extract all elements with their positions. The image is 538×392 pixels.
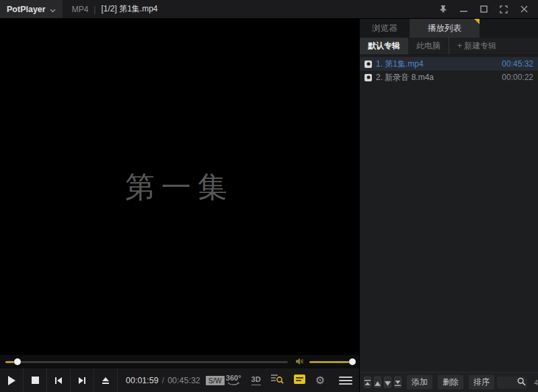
play-icon [7, 376, 15, 385]
delete-button[interactable]: 删除 [438, 375, 463, 389]
total-time: 00:45:32 [167, 376, 200, 385]
move-down-icon [385, 377, 391, 389]
seek-row [0, 355, 359, 368]
list-search-icon [271, 374, 284, 387]
menu-button[interactable] [339, 377, 352, 385]
close-icon [521, 5, 528, 13]
gear-icon: ⚙ [315, 374, 325, 387]
media-file-icon [364, 61, 372, 68]
window-title: [1/2] 第1集.mp4 [101, 3, 157, 15]
add-button[interactable]: 添加 [407, 375, 432, 389]
panel-tabs: 浏览器 播放列表 [360, 19, 538, 38]
titlebar: PotPlayer MP4 | [1/2] 第1集.mp4 [0, 0, 538, 19]
volume-icon [296, 356, 305, 368]
move-top-icon [364, 377, 371, 389]
fullscreen-button[interactable] [496, 3, 511, 16]
item-label: 2. 新录音 8.m4a [376, 72, 498, 83]
vr-360-button[interactable]: 360° [226, 375, 241, 386]
move-down-button[interactable] [384, 377, 391, 388]
fullscreen-icon [500, 5, 508, 13]
media-file-icon [364, 74, 372, 81]
subtitle-button[interactable] [294, 375, 305, 387]
app-menu-button[interactable]: PotPlayer [0, 0, 63, 18]
playlist-footer: 添加 删除 排序 45:54 [360, 372, 538, 392]
play-button[interactable] [0, 368, 24, 392]
tab-default-album[interactable]: 默认专辑 [360, 38, 408, 54]
playlist-total-time: 45:54 [534, 379, 538, 387]
maximize-icon [480, 5, 488, 13]
list-item[interactable]: 2. 新录音 8.m4a 00:00:22 [360, 71, 538, 84]
settings-button[interactable]: ⚙ [315, 375, 325, 386]
decoder-badge[interactable]: S/W [206, 376, 225, 385]
move-top-button[interactable] [364, 377, 371, 388]
tab-browser[interactable]: 浏览器 [360, 19, 410, 38]
stop-button[interactable] [24, 368, 47, 392]
previous-icon [54, 377, 63, 385]
stop-icon [32, 377, 39, 384]
chevron-down-icon [50, 3, 56, 15]
volume-button[interactable] [296, 356, 305, 368]
main-area: 第一集 [0, 19, 538, 392]
menu-icon [339, 377, 352, 378]
window-controls [436, 3, 538, 16]
video-display[interactable]: 第一集 [0, 19, 359, 355]
potplayer-window: PotPlayer MP4 | [1/2] 第1集.mp4 [0, 0, 538, 392]
app-name: PotPlayer [7, 5, 46, 14]
control-bar: 00:01:59 / 00:45:32 S/W 360° 3D [0, 368, 359, 392]
volume-slider[interactable] [309, 361, 354, 363]
seek-bar[interactable] [5, 361, 288, 363]
minimize-icon [460, 5, 467, 13]
pin-icon [439, 5, 447, 13]
item-duration: 00:00:22 [502, 73, 533, 82]
playlist-panel: 浏览器 播放列表 默认专辑 此电脑 + 新建专辑 1. 第1集.mp4 00:4… [359, 19, 538, 392]
list-item[interactable]: 1. 第1集.mp4 00:45:32 [360, 57, 538, 71]
minimize-button[interactable] [456, 3, 471, 16]
tab-playlist[interactable]: 播放列表 [410, 19, 479, 38]
move-bottom-icon [395, 377, 401, 389]
time-separator: / [162, 376, 164, 385]
search-icon[interactable] [517, 377, 527, 389]
list-search-button[interactable] [271, 374, 284, 387]
move-up-button[interactable] [374, 377, 381, 388]
eject-button[interactable] [94, 368, 118, 392]
item-duration: 00:45:32 [502, 59, 533, 69]
video-3d-button[interactable]: 3D [252, 375, 261, 385]
item-label: 1. 第1集.mp4 [376, 58, 498, 70]
tab-new-album[interactable]: + 新建专辑 [449, 38, 504, 54]
volume-thumb[interactable] [349, 358, 356, 365]
next-icon [78, 377, 86, 385]
tab-playlist-label: 播放列表 [428, 23, 461, 34]
format-badge: MP4 [72, 5, 89, 14]
playlist-search [497, 377, 527, 389]
maximize-button[interactable] [476, 3, 491, 16]
close-button[interactable] [516, 3, 531, 16]
pin-button[interactable] [436, 3, 451, 16]
album-tabs: 默认专辑 此电脑 + 新建专辑 [360, 38, 538, 55]
previous-button[interactable] [47, 368, 71, 392]
vr-360-label: 360° [226, 375, 241, 382]
video-overlay-text: 第一集 [125, 167, 234, 207]
seek-thumb[interactable] [14, 358, 21, 365]
next-button[interactable] [71, 368, 94, 392]
control-right-icons: 360° 3D ⚙ [226, 374, 359, 387]
sort-button[interactable]: 排序 [469, 375, 494, 389]
subtitle-icon [294, 375, 305, 387]
title-separator: | [93, 5, 95, 14]
time-display: 00:01:59 / 00:45:32 [126, 376, 200, 385]
active-tab-corner [474, 19, 479, 24]
move-bottom-button[interactable] [394, 377, 401, 388]
playlist-items: 1. 第1集.mp4 00:45:32 2. 新录音 8.m4a 00:00:2… [360, 55, 538, 372]
eject-icon [102, 377, 110, 385]
current-time: 00:01:59 [126, 376, 159, 385]
move-up-icon [375, 377, 381, 389]
tab-this-pc[interactable]: 此电脑 [408, 38, 449, 54]
playlist-search-input[interactable] [497, 379, 517, 387]
player-column: 第一集 [0, 19, 359, 392]
